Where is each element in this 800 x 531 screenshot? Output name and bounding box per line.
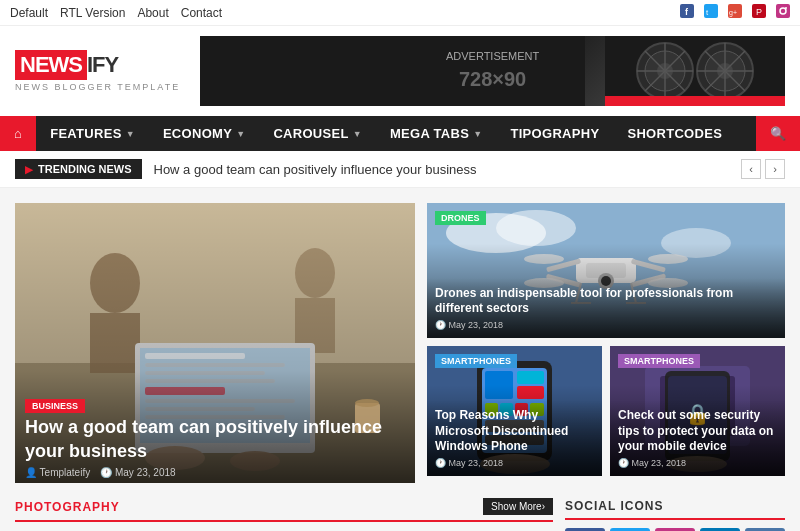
show-more-button[interactable]: Show More› — [483, 498, 553, 515]
pinterest-icon[interactable]: P — [752, 4, 766, 21]
svg-rect-8 — [776, 4, 790, 18]
clock-icon: 🕐 — [435, 320, 446, 330]
logo-subtitle: NEWS BLOGGER TEMPLATE — [15, 82, 180, 92]
search-icon: 🔍 — [770, 126, 786, 141]
featured-article[interactable]: BUSINESS How a good team can positively … — [15, 203, 415, 483]
googleplus-icon[interactable]: g+ — [728, 4, 742, 21]
svg-point-10 — [785, 7, 787, 9]
featured-author: 👤 Templateify — [25, 467, 90, 478]
ad-image-area — [585, 36, 785, 106]
top-bar-social: f t g+ P — [680, 4, 790, 21]
trending-text: How a good team can positively influence… — [154, 162, 730, 177]
nav-home[interactable]: ⌂ — [0, 116, 36, 151]
nav-item-carousel[interactable]: CAROUSEL ▼ — [259, 116, 376, 151]
logo-news: NEWS — [15, 50, 87, 80]
featured-date: 🕐 May 23, 2018 — [100, 467, 175, 478]
author-icon: 👤 — [25, 467, 37, 478]
main-content: BUSINESS How a good team can positively … — [0, 188, 800, 498]
nav-item-economy[interactable]: ECONOMY ▼ — [149, 116, 260, 151]
drones-article-date: 🕐 May 23, 2018 — [435, 320, 777, 330]
search-button[interactable]: 🔍 — [756, 116, 800, 151]
trending-label: ▶ TRENDING NEWS — [15, 159, 142, 179]
facebook-icon[interactable]: f — [680, 4, 694, 21]
svg-rect-11 — [605, 36, 785, 106]
windows-phone-category-badge: SMARTPHONES — [435, 354, 517, 368]
trending-icon: ▶ — [25, 164, 33, 175]
nav-item-features[interactable]: FEATURES ▼ — [36, 116, 149, 151]
trending-prev-button[interactable]: ‹ — [741, 159, 761, 179]
article-security-tips[interactable]: 🔒 SMARTPHONES Check out some security ti… — [610, 346, 785, 476]
article-windows-phone[interactable]: SMARTPHONES Top Reasons Why Microsoft Di… — [427, 346, 602, 476]
trending-next-button[interactable]: › — [765, 159, 785, 179]
trending-bar: ▶ TRENDING NEWS How a good team can posi… — [0, 151, 800, 188]
drones-category-badge: DRONES — [435, 211, 486, 225]
svg-rect-26 — [605, 96, 785, 106]
photography-header: PHOTOGRAPHY Show More› — [15, 498, 553, 522]
home-icon: ⌂ — [14, 126, 22, 141]
security-tips-date: 🕐 May 23, 2018 — [618, 458, 777, 468]
security-tips-title: Check out some security tips to protect … — [618, 408, 777, 455]
nav-item-shortcodes[interactable]: SHORTCODES — [613, 116, 736, 151]
dropdown-arrow-mega-tabs: ▼ — [473, 129, 482, 139]
article-drones[interactable]: DRONES Drones an indispensable tool for … — [427, 203, 785, 338]
advertisement-banner: ADVERTISEMENT 728×90 — [200, 36, 785, 106]
header: NEWS IFY NEWS BLOGGER TEMPLATE ADVERTISE… — [0, 26, 800, 116]
clock-icon-3: 🕐 — [618, 458, 629, 468]
nav-item-mega-tabs[interactable]: MEGA TABS ▼ — [376, 116, 496, 151]
topbar-link-contact[interactable]: Contact — [181, 6, 222, 20]
windows-phone-title: Top Reasons Why Microsoft Discontinued W… — [435, 408, 594, 455]
navigation: ⌂ FEATURES ▼ ECONOMY ▼ CAROUSEL ▼ MEGA T… — [0, 116, 800, 151]
svg-point-48 — [355, 399, 379, 407]
dropdown-arrow-economy: ▼ — [236, 129, 245, 139]
right-articles: DRONES Drones an indispensable tool for … — [427, 203, 785, 483]
ad-text: ADVERTISEMENT 728×90 — [446, 49, 539, 92]
featured-category-badge: BUSINESS — [25, 399, 85, 413]
security-tips-overlay: Check out some security tips to protect … — [610, 400, 785, 476]
windows-phone-date: 🕐 May 23, 2018 — [435, 458, 594, 468]
svg-text:P: P — [756, 7, 762, 17]
featured-meta: 👤 Templateify 🕐 May 23, 2018 — [25, 467, 176, 478]
featured-title: How a good team can positively influence… — [25, 416, 405, 463]
top-bar-links: Default RTL Version About Contact — [10, 6, 222, 20]
trending-nav: ‹ › — [741, 159, 785, 179]
drones-article-title: Drones an indispensable tool for profess… — [435, 286, 777, 317]
date-icon: 🕐 — [100, 467, 112, 478]
topbar-link-about[interactable]: About — [137, 6, 168, 20]
security-tips-category-badge: SMARTPHONES — [618, 354, 700, 368]
logo-ify: IFY — [87, 52, 118, 78]
social-section: SOCIAL ICONS f t in vk P t — [565, 498, 785, 531]
top-bar: Default RTL Version About Contact f t g+… — [0, 0, 800, 26]
dropdown-arrow-features: ▼ — [126, 129, 135, 139]
bottom-section: PHOTOGRAPHY Show More› NATURE — [0, 498, 800, 531]
instagram-icon[interactable] — [776, 4, 790, 21]
photography-section: PHOTOGRAPHY Show More› NATURE — [15, 498, 553, 531]
bottom-articles-row: SMARTPHONES Top Reasons Why Microsoft Di… — [427, 346, 785, 476]
drones-article-overlay: Drones an indispensable tool for profess… — [427, 278, 785, 338]
windows-phone-overlay: Top Reasons Why Microsoft Discontinued W… — [427, 400, 602, 476]
social-title: SOCIAL ICONS — [565, 499, 663, 513]
social-section-header: SOCIAL ICONS — [565, 498, 785, 520]
featured-large-image: BUSINESS How a good team can positively … — [15, 203, 415, 483]
twitter-icon[interactable]: t — [704, 4, 718, 21]
dropdown-arrow-carousel: ▼ — [353, 129, 362, 139]
logo: NEWS IFY NEWS BLOGGER TEMPLATE — [15, 50, 180, 92]
topbar-link-default[interactable]: Default — [10, 6, 48, 20]
topbar-link-rtl[interactable]: RTL Version — [60, 6, 125, 20]
svg-text:g+: g+ — [729, 9, 737, 17]
photography-title: PHOTOGRAPHY — [15, 500, 120, 514]
clock-icon-2: 🕐 — [435, 458, 446, 468]
nav-item-tipography[interactable]: TIPOGRAPHY — [496, 116, 613, 151]
